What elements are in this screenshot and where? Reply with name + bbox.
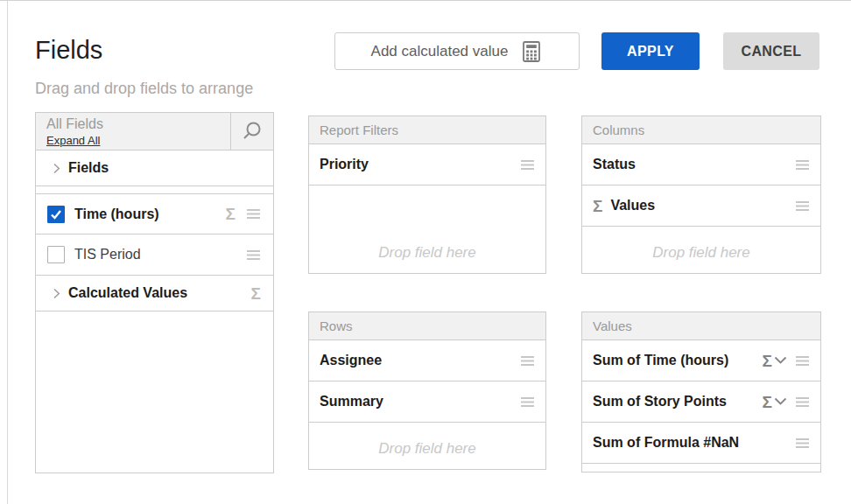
check-icon	[50, 208, 62, 220]
sigma-icon[interactable]: Σ	[251, 285, 261, 302]
field-item-label: TIS Period	[74, 247, 141, 262]
drag-handle-icon[interactable]	[795, 355, 810, 367]
drag-handle-icon[interactable]	[520, 355, 535, 367]
sigma-icon: Σ	[593, 198, 602, 214]
chevron-right-icon	[53, 163, 60, 174]
chevron-right-icon	[53, 288, 60, 299]
field-group-label: Calculated Values	[68, 285, 187, 301]
drop-target[interactable]: Drop field here	[309, 423, 545, 469]
drop-target[interactable]	[582, 464, 820, 472]
field-item-tis-period[interactable]: TIS Period	[36, 234, 273, 276]
sigma-icon: Σ	[763, 394, 772, 410]
zone-item-label: Sum of Story Points	[593, 394, 727, 410]
expand-all-link[interactable]: Expand All	[46, 134, 100, 147]
drag-handle-icon[interactable]	[246, 208, 261, 220]
field-group-fields[interactable]: Fields	[36, 150, 273, 186]
drag-handle-icon[interactable]	[795, 396, 810, 408]
add-calculated-value-label: Add calculated value	[371, 43, 509, 60]
rows-zone: Rows Assignee Summary Drop field here	[308, 312, 546, 470]
zone-item-label: Sum of Time (hours)	[593, 353, 728, 368]
chevron-down-icon	[774, 397, 787, 406]
apply-button[interactable]: APPLY	[601, 32, 700, 70]
page-title: Fields	[35, 36, 102, 65]
drag-handle-icon[interactable]	[520, 159, 535, 171]
zone-item-sum-time-hours[interactable]: Sum of Time (hours) Σ	[582, 340, 820, 382]
zone-item-priority[interactable]: Priority	[309, 144, 545, 186]
rows-title: Rows	[309, 312, 545, 340]
aggregation-menu-button[interactable]: Σ	[763, 394, 787, 410]
cancel-button[interactable]: CANCEL	[723, 32, 819, 70]
field-group-label: Fields	[68, 160, 109, 176]
values-title: Values	[582, 312, 820, 340]
checkbox-time-hours[interactable]	[47, 206, 65, 223]
drag-handle-icon[interactable]	[795, 438, 810, 449]
columns-title: Columns	[582, 116, 820, 144]
fields-dialog: Fields Drag and drop fields to arrange A…	[0, 0, 851, 504]
zone-item-assignee[interactable]: Assignee	[309, 340, 545, 382]
values-zone: Values Sum of Time (hours) Σ Sum of Stor…	[581, 312, 821, 472]
zone-item-summary[interactable]: Summary	[309, 382, 545, 423]
drag-handle-icon[interactable]	[795, 159, 810, 171]
list-gap	[36, 186, 273, 193]
add-calculated-value-button[interactable]: Add calculated value	[334, 32, 580, 70]
all-fields-title: All Fields	[46, 116, 230, 132]
drag-handle-icon[interactable]	[795, 200, 810, 212]
field-item-time-hours[interactable]: Time (hours) Σ	[36, 193, 273, 234]
search-icon	[241, 120, 264, 143]
all-fields-panel: All Fields Expand All Fields Time (hours…	[35, 112, 274, 473]
zone-item-sum-story-points[interactable]: Sum of Story Points Σ	[582, 382, 820, 423]
search-button[interactable]	[230, 113, 273, 150]
field-item-label: Time (hours)	[74, 206, 159, 222]
chevron-down-icon	[774, 356, 787, 365]
calculator-icon	[520, 40, 543, 63]
dialog-left-border	[7, 1, 8, 504]
zone-item-values[interactable]: Σ Values	[582, 186, 820, 227]
drag-handle-icon[interactable]	[246, 249, 261, 261]
field-group-calculated-values[interactable]: Calculated Values Σ	[36, 276, 273, 312]
zone-item-label: Sum of Formula #NaN	[593, 435, 739, 451]
aggregation-menu-button[interactable]: Σ	[763, 353, 787, 369]
zone-item-label: Status	[593, 157, 636, 172]
columns-zone: Columns Status Σ Values Drop field here	[581, 116, 821, 274]
drop-target[interactable]: Drop field here	[309, 186, 545, 273]
report-filters-zone: Report Filters Priority Drop field here	[308, 116, 546, 274]
zone-item-sum-formula-nan[interactable]: Sum of Formula #NaN	[582, 423, 820, 464]
sigma-icon: Σ	[763, 353, 772, 369]
zone-item-label: Values	[610, 198, 655, 214]
zone-item-label: Priority	[320, 157, 369, 172]
zone-item-status[interactable]: Status	[582, 144, 820, 186]
checkbox-tis-period[interactable]	[47, 246, 65, 263]
sigma-icon[interactable]: Σ	[226, 206, 236, 222]
zone-item-label: Assignee	[320, 353, 382, 368]
page-subtitle: Drag and drop fields to arrange	[35, 80, 253, 98]
report-filters-title: Report Filters	[309, 116, 545, 144]
drag-handle-icon[interactable]	[520, 396, 535, 408]
drop-target[interactable]: Drop field here	[582, 227, 820, 273]
all-fields-header: All Fields Expand All	[36, 113, 273, 150]
zone-item-label: Summary	[320, 394, 383, 410]
